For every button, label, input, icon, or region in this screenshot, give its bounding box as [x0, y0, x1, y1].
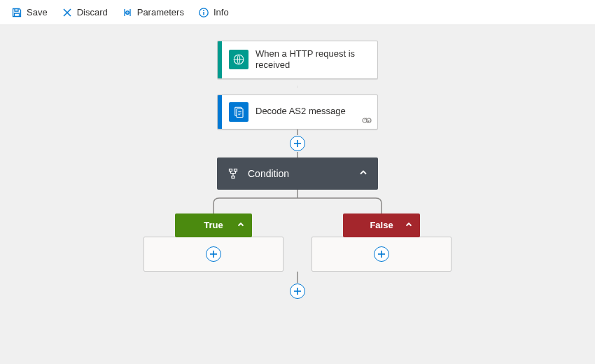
save-button[interactable]: Save	[6, 4, 53, 21]
info-icon	[198, 7, 209, 18]
branch-false-label: False	[370, 220, 393, 230]
svg-text:@: @	[125, 10, 130, 15]
parameters-icon: @	[122, 7, 133, 18]
branches: True False	[144, 214, 451, 272]
http-icon	[229, 50, 248, 69]
parameters-button[interactable]: @ Parameters	[116, 4, 190, 21]
svg-rect-18	[230, 169, 232, 171]
add-step-false-button[interactable]	[374, 246, 389, 262]
connector-arrow	[297, 79, 298, 94]
action-decode-as2[interactable]: Decode AS2 message	[217, 94, 378, 130]
discard-button[interactable]: Discard	[56, 4, 113, 21]
svg-point-3	[203, 10, 204, 11]
branch-true-body	[144, 237, 284, 272]
branch-true: True	[144, 214, 284, 272]
connector-line	[297, 152, 298, 158]
save-icon	[11, 7, 22, 18]
svg-rect-20	[232, 176, 234, 178]
condition-title: Condition	[248, 168, 289, 179]
connector-line	[297, 130, 298, 135]
decode-title: Decode AS2 message	[255, 106, 346, 117]
branch-connector	[144, 190, 451, 214]
add-step-after-condition-button[interactable]	[290, 284, 305, 299]
chevron-up-icon[interactable]	[358, 167, 368, 179]
add-step-button[interactable]	[290, 136, 305, 151]
branch-false: False	[312, 214, 451, 272]
toolbar: Save Discard @ Parameters Info	[0, 0, 595, 25]
workflow: When a HTTP request is received Decode A…	[0, 41, 595, 300]
branch-true-header[interactable]: True	[175, 214, 252, 237]
add-step-true-button[interactable]	[206, 246, 221, 262]
condition-step[interactable]: Condition	[217, 158, 378, 190]
trigger-http-request[interactable]: When a HTTP request is received	[217, 41, 378, 79]
info-button[interactable]: Info	[192, 4, 234, 21]
document-icon	[229, 102, 248, 122]
svg-rect-4	[203, 12, 204, 15]
branch-false-header[interactable]: False	[343, 214, 420, 237]
close-icon	[62, 7, 73, 18]
save-label: Save	[27, 7, 48, 18]
branch-false-body	[312, 237, 451, 272]
connection-indicator-icon	[362, 116, 372, 126]
parameters-label: Parameters	[137, 7, 184, 18]
branch-true-label: True	[204, 220, 223, 230]
connector-line	[297, 272, 298, 283]
info-label: Info	[214, 7, 229, 18]
chevron-up-icon[interactable]	[405, 220, 413, 230]
svg-rect-19	[234, 169, 237, 171]
chevron-up-icon[interactable]	[237, 220, 245, 230]
discard-label: Discard	[77, 7, 108, 18]
trigger-title: When a HTTP request is received	[255, 48, 370, 71]
control-icon	[227, 167, 239, 180]
designer-canvas[interactable]: When a HTTP request is received Decode A…	[0, 25, 595, 364]
